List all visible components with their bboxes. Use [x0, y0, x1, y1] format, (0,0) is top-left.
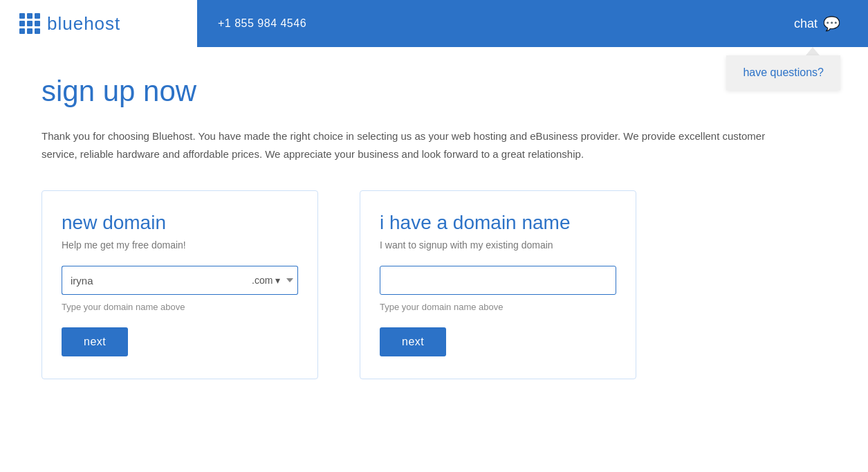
logo-text: bluehost	[47, 13, 120, 35]
existing-domain-input-row	[380, 266, 616, 295]
existing-domain-title: i have a domain name	[380, 212, 616, 234]
phone-number: +1 855 984 4546	[197, 17, 327, 30]
new-domain-helper-text: Type your domain name above	[62, 302, 298, 312]
tooltip-box: have questions?	[726, 55, 840, 90]
new-domain-title: new domain	[62, 212, 298, 234]
new-domain-subtitle: Help me get my free domain!	[62, 239, 298, 251]
main-content: sign up now Thank you for choosing Blueh…	[0, 47, 868, 421]
existing-domain-helper-text: Type your domain name above	[380, 302, 616, 312]
logo-section: bluehost	[0, 0, 197, 47]
page-title: sign up now	[41, 75, 827, 108]
existing-domain-card: i have a domain name I want to signup wi…	[360, 190, 636, 379]
chat-label: chat	[794, 17, 818, 31]
new-domain-card: new domain Help me get my free domain! .…	[41, 190, 318, 379]
existing-domain-subtitle: I want to signup with my existing domain	[380, 239, 616, 251]
logo-grid-icon	[19, 13, 40, 34]
new-domain-next-button[interactable]: next	[62, 327, 128, 356]
new-domain-input[interactable]	[62, 266, 246, 295]
header: bluehost +1 855 984 4546 chat 💬	[0, 0, 868, 47]
description-text: Thank you for choosing Bluehost. You hav…	[41, 127, 802, 163]
existing-domain-next-button[interactable]: next	[380, 327, 446, 356]
cards-row: new domain Help me get my free domain! .…	[41, 190, 827, 379]
tld-select[interactable]: .com ▾ .net .org .info .biz	[246, 266, 298, 295]
new-domain-input-row: .com ▾ .net .org .info .biz	[62, 266, 298, 295]
chat-icon: 💬	[823, 15, 840, 32]
tooltip-container: have questions?	[726, 47, 840, 90]
tooltip-arrow	[806, 47, 820, 55]
tooltip-text: have questions?	[743, 66, 824, 78]
existing-domain-input[interactable]	[380, 266, 616, 295]
chat-button[interactable]: chat 💬	[794, 15, 868, 32]
